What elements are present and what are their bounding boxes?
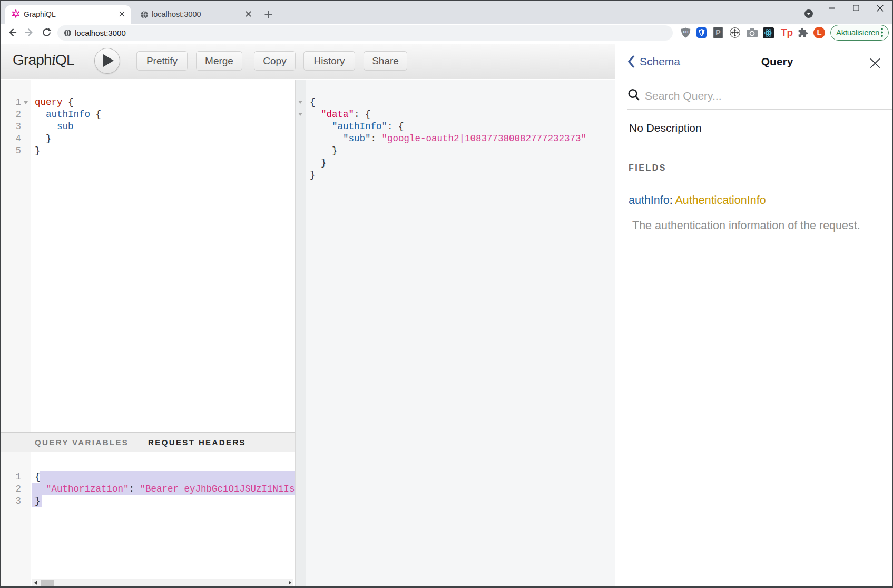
svg-text:P: P — [715, 28, 720, 37]
svg-text:UO: UO — [683, 30, 689, 34]
